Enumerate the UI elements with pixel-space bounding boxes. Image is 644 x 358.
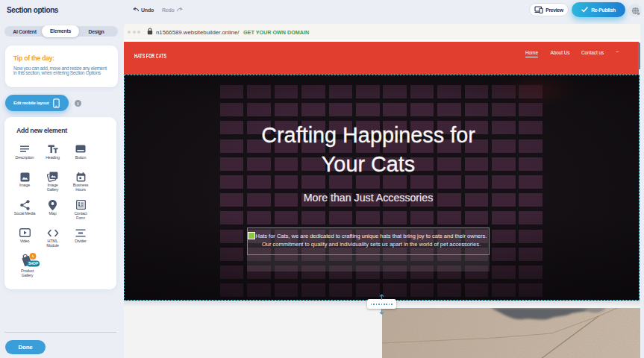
svg-text:SHOP: SHOP [28, 262, 38, 266]
